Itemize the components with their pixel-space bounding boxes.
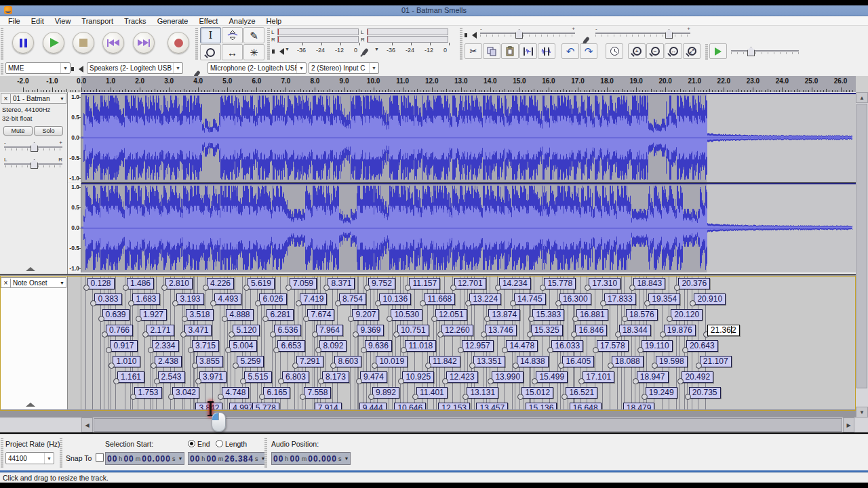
label-box[interactable]: 20.492 xyxy=(682,371,713,383)
waveform-channel-left[interactable] xyxy=(81,93,856,182)
label-handle[interactable] xyxy=(615,331,621,338)
label-box[interactable]: 4.748 xyxy=(222,387,249,399)
label-handle[interactable] xyxy=(510,300,516,306)
label-box[interactable]: 19.598 xyxy=(656,356,688,367)
label-box[interactable]: 3.518 xyxy=(186,309,213,321)
label-box[interactable]: 5.259 xyxy=(237,356,264,367)
label-box[interactable]: 11.842 xyxy=(429,356,460,367)
label-handle[interactable] xyxy=(161,285,167,291)
label-handle[interactable] xyxy=(495,285,501,291)
time-digits[interactable]: 00 xyxy=(123,454,134,464)
label-handle[interactable] xyxy=(108,363,115,369)
label-box[interactable]: 14.838 xyxy=(517,356,549,367)
label-handle[interactable] xyxy=(312,331,318,338)
label-box[interactable]: 15.499 xyxy=(536,371,568,383)
label-box[interactable]: 5.778 xyxy=(252,403,279,409)
label-handle[interactable] xyxy=(401,347,407,353)
label-track-collapse-button[interactable] xyxy=(26,403,35,407)
label-track-close-button[interactable]: × xyxy=(1,279,11,287)
zoom-out-button[interactable]: − xyxy=(646,43,664,59)
fit-selection-button[interactable]: ↔ xyxy=(665,43,682,59)
label-box[interactable]: 3.715 xyxy=(192,340,219,352)
end-radio[interactable] xyxy=(188,440,195,447)
label-box[interactable]: 9.207 xyxy=(352,309,379,321)
menu-effect[interactable]: Effect xyxy=(194,16,224,26)
pan-thumb[interactable] xyxy=(31,159,38,169)
recording-meter[interactable]: LR▼-36-24-120 xyxy=(361,27,448,60)
label-handle[interactable] xyxy=(578,378,585,384)
label-box[interactable]: 12.260 xyxy=(441,325,473,336)
stop-button[interactable] xyxy=(73,32,94,54)
label-box[interactable]: 18.344 xyxy=(619,325,651,336)
label-box[interactable]: 17.310 xyxy=(589,278,620,289)
multi-tool-button[interactable]: ✳ xyxy=(243,44,264,60)
output-volume-slider[interactable]: - + xyxy=(480,27,575,41)
label-handle[interactable] xyxy=(540,285,546,291)
label-box[interactable]: 14.478 xyxy=(506,340,538,352)
label-box[interactable]: 5.619 xyxy=(248,278,275,289)
label-box[interactable]: 13.874 xyxy=(488,309,520,321)
selbar-grip3[interactable] xyxy=(264,437,267,468)
time-format-arrow-icon[interactable]: ▼ xyxy=(178,456,182,461)
label-box[interactable]: 7.674 xyxy=(307,309,334,321)
label-handle[interactable] xyxy=(585,285,591,291)
label-handle[interactable] xyxy=(469,363,475,369)
solo-button[interactable]: Solo xyxy=(34,126,63,136)
record-button[interactable] xyxy=(167,32,189,54)
menu-help[interactable]: Help xyxy=(261,16,288,26)
label-handle[interactable] xyxy=(335,300,341,306)
label-box[interactable]: 20.910 xyxy=(694,293,726,305)
time-digits[interactable]: 00 xyxy=(290,454,300,464)
title-bar[interactable]: 01 - Batman Smells xyxy=(0,5,868,16)
recording-channels-combo[interactable]: 2 (Stereo) Input C▼ xyxy=(309,62,379,74)
selection-end-field[interactable]: 00h00m26.384s▼ xyxy=(188,452,267,465)
label-box[interactable]: 3.855 xyxy=(196,356,223,367)
time-digits[interactable]: 00 xyxy=(206,454,216,464)
label-box[interactable]: 10.925 xyxy=(402,371,434,383)
menu-tracks[interactable]: Tracks xyxy=(119,16,152,26)
label-handle[interactable] xyxy=(83,285,90,291)
label-box[interactable]: 14.234 xyxy=(499,278,531,289)
label-handle[interactable] xyxy=(690,300,696,306)
label-handle[interactable] xyxy=(203,285,209,291)
gain-slider[interactable]: - + xyxy=(4,141,62,152)
output-volume-thumb[interactable] xyxy=(515,29,523,39)
label-handle[interactable] xyxy=(172,300,178,306)
label-box[interactable]: 16.521 xyxy=(566,387,597,399)
label-handle[interactable] xyxy=(113,378,119,384)
label-box[interactable]: 13.990 xyxy=(492,371,524,383)
label-box[interactable]: 20.643 xyxy=(686,340,718,352)
label-box[interactable]: 15.778 xyxy=(544,278,576,289)
label-track-title[interactable]: Note Onset xyxy=(11,279,60,287)
label-handle[interactable] xyxy=(696,363,702,369)
label-box[interactable]: 15.136 xyxy=(526,403,557,409)
label-handle[interactable] xyxy=(168,394,174,400)
label-handle[interactable] xyxy=(303,316,309,322)
label-handle[interactable] xyxy=(315,347,321,353)
selection-tool-button[interactable]: I xyxy=(200,27,221,43)
label-box[interactable]: 9.474 xyxy=(360,371,387,383)
label-handle[interactable] xyxy=(450,285,456,291)
label-box[interactable]: 11.668 xyxy=(424,293,455,305)
selbar-grip[interactable] xyxy=(1,437,3,468)
label-handle[interactable] xyxy=(233,363,239,369)
transcription-grip[interactable] xyxy=(705,43,708,60)
label-box[interactable]: 12.957 xyxy=(462,340,494,352)
amplitude-ruler-right[interactable]: 1.00.50.0-0.5-1.0 xyxy=(68,183,81,272)
label-handle[interactable] xyxy=(667,316,673,322)
label-box[interactable]: 17.833 xyxy=(604,293,636,305)
label-box-editing[interactable]: 21.362 xyxy=(707,325,740,336)
fast-forward-button[interactable] xyxy=(133,32,155,54)
label-box[interactable]: 12.153 xyxy=(438,403,470,409)
time-digits[interactable]: 00 xyxy=(273,454,283,464)
label-box[interactable]: 10.019 xyxy=(376,356,408,367)
label-handle[interactable] xyxy=(98,316,104,322)
label-box[interactable]: 9.892 xyxy=(372,387,399,399)
label-box[interactable]: 19.249 xyxy=(646,387,677,399)
label-box[interactable]: 7.558 xyxy=(304,387,331,399)
label-box[interactable]: 2.810 xyxy=(165,278,193,289)
sync-lock-button[interactable] xyxy=(606,43,623,59)
pause-button[interactable] xyxy=(12,32,34,54)
label-box[interactable]: 0.917 xyxy=(110,340,137,352)
label-handle[interactable] xyxy=(572,316,578,322)
